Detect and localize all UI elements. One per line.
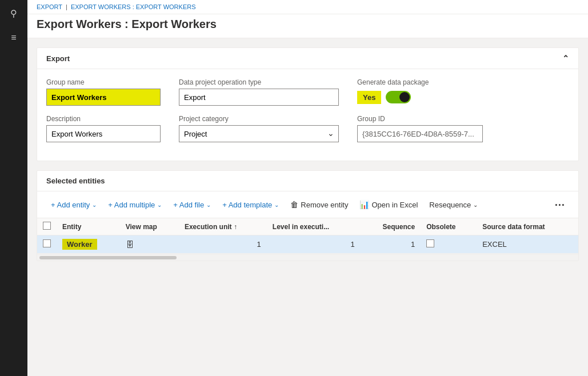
col-header-sequence[interactable]: Sequence bbox=[361, 218, 421, 235]
resequence-btn[interactable]: Resequence ⌄ bbox=[425, 198, 482, 211]
add-entity-label: + Add entity bbox=[51, 201, 90, 209]
description-field: Description bbox=[46, 115, 161, 142]
add-file-btn[interactable]: + Add file ⌄ bbox=[169, 198, 215, 211]
data-project-op-input[interactable] bbox=[179, 89, 339, 106]
table-scroll-area[interactable]: Entity View map Execution unit ↑ Level i… bbox=[37, 218, 578, 254]
description-input[interactable] bbox=[46, 125, 161, 142]
col-header-execution-unit[interactable]: Execution unit ↑ bbox=[179, 218, 267, 235]
col-header-obsolete[interactable]: Obsolete bbox=[421, 218, 477, 235]
export-card-collapse-btn[interactable]: ⌃ bbox=[562, 54, 569, 63]
add-multiple-label: + Add multiple bbox=[108, 201, 155, 209]
toggle-knob bbox=[399, 92, 410, 102]
more-options-btn[interactable]: ⋯ bbox=[550, 196, 569, 213]
sequence-cell: 1 bbox=[361, 235, 421, 254]
left-nav: ⚲ ≡ bbox=[0, 0, 27, 376]
remove-entity-label: Remove entity bbox=[301, 201, 348, 209]
scrollbar-track bbox=[39, 256, 177, 259]
obsolete-cell bbox=[421, 235, 477, 254]
description-label: Description bbox=[46, 115, 161, 123]
resequence-chevron: ⌄ bbox=[473, 202, 478, 208]
excel-icon: 📊 bbox=[359, 200, 369, 209]
group-name-label: Group name bbox=[46, 78, 161, 86]
add-multiple-chevron: ⌄ bbox=[157, 202, 162, 208]
view-map-cell[interactable]: 🗄 bbox=[120, 235, 179, 254]
level-cell: 1 bbox=[267, 235, 361, 254]
breadcrumb-export[interactable]: EXPORT bbox=[37, 3, 62, 10]
project-category-select[interactable]: Project bbox=[179, 125, 339, 142]
col-header-level[interactable]: Level in executi... bbox=[267, 218, 361, 235]
main-content: EXPORT | EXPORT WORKERS : EXPORT WORKERS… bbox=[27, 0, 588, 376]
group-id-field: Group ID bbox=[357, 115, 483, 142]
entity-table: Entity View map Execution unit ↑ Level i… bbox=[37, 218, 578, 254]
entities-card-title: Selected entities bbox=[46, 177, 105, 185]
export-card: Export ⌃ Group name Data project operati… bbox=[37, 47, 579, 161]
entities-card: Selected entities + Add entity ⌄ + Add m… bbox=[37, 170, 579, 261]
group-name-field: Group name bbox=[46, 78, 161, 106]
view-map-icon[interactable]: 🗄 bbox=[126, 240, 134, 249]
execution-unit-cell: 1 bbox=[179, 235, 267, 254]
toggle-row: Yes bbox=[357, 89, 471, 106]
breadcrumb: EXPORT | EXPORT WORKERS : EXPORT WORKERS bbox=[27, 0, 588, 14]
form-row-2: Description Project category Project Gro… bbox=[46, 115, 569, 142]
group-name-input[interactable] bbox=[46, 89, 161, 106]
row-checkbox-cell bbox=[37, 235, 57, 254]
group-id-label: Group ID bbox=[357, 115, 483, 123]
bottom-scrollbar[interactable] bbox=[37, 254, 578, 261]
generate-pkg-toggle[interactable] bbox=[386, 91, 411, 103]
col-header-check bbox=[37, 218, 57, 235]
add-entity-btn[interactable]: + Add entity ⌄ bbox=[46, 198, 101, 211]
project-category-label: Project category bbox=[179, 115, 339, 123]
page-body: Export ⌃ Group name Data project operati… bbox=[27, 38, 588, 376]
col-header-entity[interactable]: Entity bbox=[57, 218, 120, 235]
entities-table-container: Entity View map Execution unit ↑ Level i… bbox=[37, 218, 578, 261]
data-project-op-label: Data project operation type bbox=[179, 78, 339, 86]
export-card-header: Export ⌃ bbox=[37, 48, 578, 69]
data-project-op-field: Data project operation type bbox=[179, 78, 339, 106]
add-file-chevron: ⌄ bbox=[206, 202, 211, 208]
open-in-excel-label: Open in Excel bbox=[371, 201, 418, 209]
source-format-cell: EXCEL bbox=[477, 235, 578, 254]
add-template-label: + Add template bbox=[222, 201, 272, 209]
page-title-bar: Export Workers : Export Workers bbox=[27, 14, 588, 38]
generate-pkg-label: Generate data package bbox=[357, 78, 471, 86]
entities-toolbar: + Add entity ⌄ + Add multiple ⌄ + Add fi… bbox=[37, 191, 578, 218]
col-header-source-format[interactable]: Source data format bbox=[477, 218, 578, 235]
add-template-btn[interactable]: + Add template ⌄ bbox=[218, 198, 283, 211]
open-in-excel-btn[interactable]: 📊 Open in Excel bbox=[355, 198, 422, 211]
table-row: Worker 🗄 1 1 1 bbox=[37, 235, 578, 254]
toggle-yes-label: Yes bbox=[357, 91, 381, 104]
export-card-body: Group name Data project operation type G… bbox=[37, 69, 578, 161]
select-all-checkbox[interactable] bbox=[43, 222, 51, 230]
page-title: Export Workers : Export Workers bbox=[37, 18, 579, 31]
row-checkbox[interactable] bbox=[43, 239, 51, 247]
filter-icon[interactable]: ⚲ bbox=[8, 6, 19, 21]
group-id-input[interactable] bbox=[357, 125, 483, 142]
add-entity-chevron: ⌄ bbox=[92, 202, 97, 208]
menu-icon[interactable]: ≡ bbox=[9, 30, 18, 45]
resequence-label: Resequence bbox=[429, 201, 471, 209]
entity-name-badge: Worker bbox=[62, 239, 97, 250]
obsolete-checkbox[interactable] bbox=[426, 239, 434, 247]
entity-name-cell[interactable]: Worker bbox=[57, 235, 120, 254]
remove-icon: 🗑 bbox=[290, 200, 298, 209]
form-row-1: Group name Data project operation type G… bbox=[46, 78, 569, 106]
export-card-title: Export bbox=[46, 54, 70, 63]
add-template-chevron: ⌄ bbox=[274, 202, 279, 208]
breadcrumb-export-workers[interactable]: EXPORT WORKERS : EXPORT WORKERS bbox=[71, 3, 196, 10]
entities-card-header: Selected entities bbox=[37, 171, 578, 191]
generate-pkg-field: Generate data package Yes bbox=[357, 78, 471, 106]
project-category-field: Project category Project bbox=[179, 115, 339, 142]
add-multiple-btn[interactable]: + Add multiple ⌄ bbox=[103, 198, 166, 211]
remove-entity-btn[interactable]: 🗑 Remove entity bbox=[286, 198, 353, 211]
col-header-view-map[interactable]: View map bbox=[120, 218, 179, 235]
project-category-select-wrapper: Project bbox=[179, 125, 339, 142]
add-file-label: + Add file bbox=[173, 201, 204, 209]
